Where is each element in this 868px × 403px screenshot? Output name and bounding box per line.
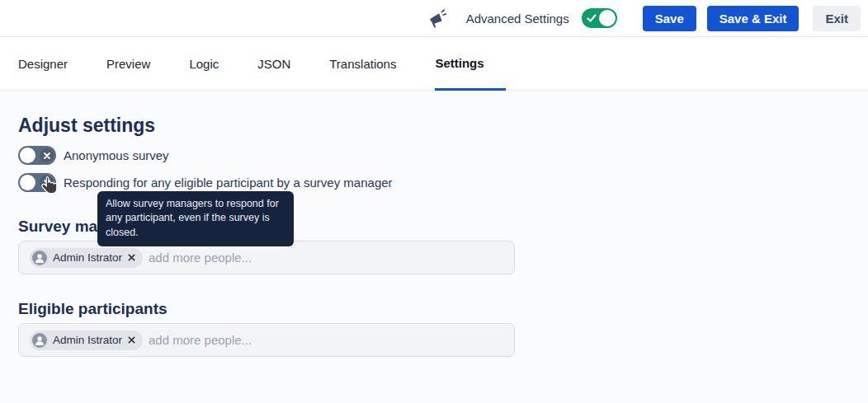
remove-person-icon[interactable] <box>128 336 135 344</box>
toggle-tooltip: Allow survey managers to respond for any… <box>97 191 294 246</box>
eligible-participants-input[interactable] <box>149 324 514 356</box>
advanced-settings-label: Advanced Settings <box>466 12 569 26</box>
toggle-knob <box>599 10 616 26</box>
top-header-bar: Advanced Settings Save Save & Exit Exit <box>0 0 868 37</box>
check-icon <box>587 13 597 23</box>
person-chip[interactable]: Admin Istrator <box>30 248 143 268</box>
tab-designer[interactable]: Designer <box>18 37 68 90</box>
megaphone-icon[interactable] <box>427 8 447 28</box>
anonymous-survey-toggle[interactable] <box>18 146 56 165</box>
tab-json[interactable]: JSON <box>257 37 290 90</box>
remove-person-icon[interactable] <box>128 254 135 261</box>
toggle-knob <box>20 148 35 163</box>
tab-bar: Designer Preview Logic JSON Translations… <box>0 37 868 91</box>
tab-translations[interactable]: Translations <box>329 37 396 90</box>
tab-settings[interactable]: Settings <box>435 37 505 91</box>
anonymous-survey-label: Anonymous survey <box>64 148 169 162</box>
eligible-participants-heading: Eligible participants <box>18 300 868 318</box>
eligible-participants-input-box[interactable]: Admin Istrator <box>18 323 515 357</box>
respond-any-participant-row: Responding for any eligible participant … <box>18 173 868 192</box>
person-chip[interactable]: Admin Istrator <box>30 330 143 350</box>
tab-logic[interactable]: Logic <box>189 37 219 90</box>
x-icon <box>40 148 54 162</box>
anonymous-survey-row: Anonymous survey <box>18 146 868 165</box>
toggle-knob <box>20 175 35 190</box>
person-name: Admin Istrator <box>53 334 122 346</box>
avatar-icon <box>32 333 47 348</box>
respond-any-participant-toggle[interactable] <box>18 173 56 192</box>
page-title: Adjust settings <box>18 115 868 137</box>
save-button[interactable]: Save <box>643 6 696 31</box>
exit-button[interactable]: Exit <box>813 6 861 31</box>
avatar-icon <box>32 251 47 265</box>
survey-managers-input[interactable] <box>149 241 514 274</box>
x-icon <box>40 176 54 190</box>
tab-preview[interactable]: Preview <box>106 37 150 90</box>
save-and-exit-button[interactable]: Save & Exit <box>707 6 800 31</box>
respond-any-participant-label: Responding for any eligible participant … <box>64 176 393 190</box>
advanced-settings-toggle[interactable] <box>582 8 617 28</box>
person-name: Admin Istrator <box>53 251 122 264</box>
